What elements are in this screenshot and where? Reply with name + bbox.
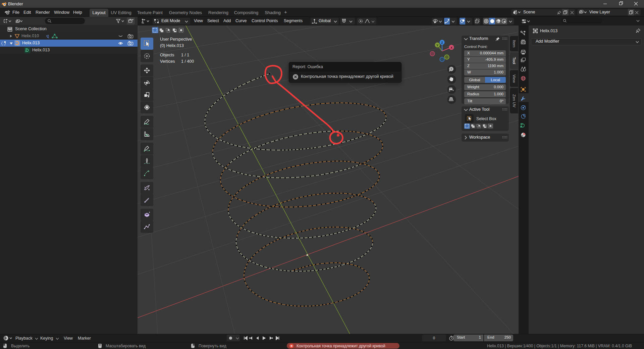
svg-text:Y: Y	[436, 44, 438, 47]
svg-text:Z: Z	[441, 41, 443, 44]
svg-text:X: X	[450, 46, 452, 49]
